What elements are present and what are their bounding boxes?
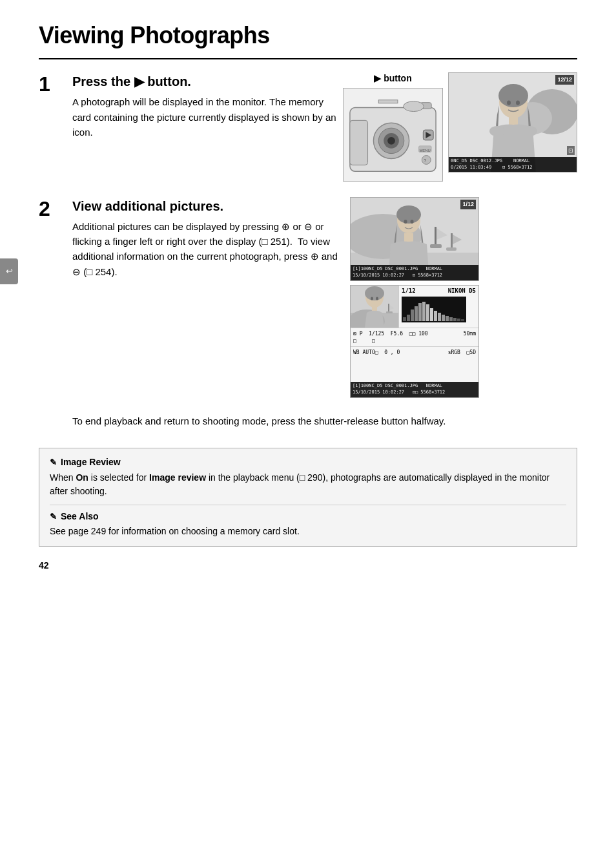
screen-counter-1: 12/12 — [555, 75, 574, 85]
note-2-icon: ✎ — [50, 511, 57, 523]
step-2-content: View additional pictures. Additional pic… — [72, 197, 577, 398]
info-wb: WB AUTO□ 0 , 0 — [353, 349, 400, 356]
note-image-review: ✎ Image Review When On is selected for I… — [50, 456, 566, 498]
screen-overlay-2: [1]100NC_D5 DSC_0001.JPG NORMAL 15/10/20… — [351, 265, 478, 280]
left-tab: ↩ — [0, 258, 18, 284]
step-1-screen: 12/12 0NC_D5 DSC_0012.JPG NORMAL 0/2015 … — [448, 72, 577, 173]
svg-text:MENU: MENU — [419, 149, 430, 152]
info-focal: 50mm — [464, 330, 476, 337]
info-counter: 1/12 — [402, 287, 416, 295]
svg-rect-63 — [446, 316, 449, 321]
info-top-right: 1/12 NIKON D5 — [399, 286, 478, 328]
svg-rect-64 — [449, 317, 453, 321]
note-1-bold-2: Image review — [149, 472, 206, 483]
step-2-body: Additional pictures can be displayed by … — [72, 219, 344, 279]
note-divider — [50, 505, 566, 505]
svg-rect-52 — [403, 317, 406, 321]
step-2-images: 1/12 [1]100NC_D5 DSC_0001.JPG NORMAL 15/… — [350, 197, 479, 398]
info-screen-top: 1/12 NIKON D5 — [351, 286, 478, 328]
info-placeholder1: □ □ — [353, 337, 375, 344]
note-1-title: ✎ Image Review — [50, 456, 566, 469]
screen-info-2b: 15/10/2015 10:02:27 ⊡ 5568×3712 — [353, 273, 477, 279]
info-screen: 1/12 NIKON D5 — [350, 285, 479, 398]
svg-point-37 — [404, 220, 407, 224]
svg-rect-60 — [434, 311, 437, 321]
svg-text:?: ? — [424, 158, 426, 163]
step-1-number: 1 — [39, 72, 62, 182]
svg-point-22 — [516, 101, 520, 105]
svg-rect-15 — [378, 100, 398, 103]
svg-rect-67 — [461, 319, 464, 321]
info-thumb-svg — [351, 286, 399, 328]
note-1-body: When On is selected for Image review in … — [50, 471, 566, 498]
svg-rect-31 — [446, 247, 457, 251]
page-number: 42 — [39, 560, 577, 572]
screen-info-1a: 0NC_D5 DSC_0012.JPG NORMAL — [451, 158, 575, 165]
svg-point-20 — [498, 84, 528, 107]
svg-point-25 — [522, 126, 537, 136]
svg-rect-59 — [430, 308, 433, 321]
svg-rect-57 — [422, 302, 426, 321]
sd-icon: ⊡ — [567, 146, 575, 156]
note-2-body: See page 249 for information on choosing… — [50, 525, 566, 538]
step-1-inner: Press the ▶ button. A photograph will be… — [72, 72, 577, 182]
step-2-text: View additional pictures. Additional pic… — [72, 197, 344, 279]
svg-point-38 — [411, 220, 414, 224]
info-brand: NIKON D5 — [448, 287, 476, 295]
info-data-1b: □ □ — [353, 337, 476, 344]
step-2-inner: View additional pictures. Additional pic… — [72, 197, 577, 398]
note-1-bold-1: On — [76, 472, 88, 483]
svg-point-46 — [376, 297, 378, 300]
note-2-title-text: See Also — [61, 510, 99, 523]
svg-point-21 — [507, 101, 511, 105]
histogram-svg — [402, 297, 466, 322]
svg-rect-34 — [430, 244, 442, 248]
photo-screen-2: 1/12 [1]100NC_D5 DSC_0001.JPG NORMAL 15/… — [350, 197, 479, 281]
button-label: ▶ button — [343, 72, 443, 85]
info-filename: [1]100NC_D5 DSC_0001.JPG NORMAL — [353, 383, 477, 390]
camera-svg: MENU ? — [344, 89, 442, 181]
note-1-title-text: Image Review — [61, 456, 121, 469]
info-data-2: WB AUTO□ 0 , 0 sRGB □SD — [353, 349, 476, 356]
svg-rect-66 — [457, 319, 460, 321]
step-1-header: Press the ▶ button. — [72, 72, 336, 90]
svg-rect-1 — [350, 120, 368, 165]
step-1-button-col: ▶ button — [343, 72, 443, 182]
svg-rect-53 — [407, 315, 410, 321]
svg-point-36 — [396, 205, 421, 224]
svg-point-10 — [404, 101, 424, 112]
svg-point-44 — [365, 286, 384, 300]
playback-end-text: To end playback and return to shooting m… — [72, 414, 577, 428]
info-counter-row: 1/12 NIKON D5 — [402, 287, 476, 295]
svg-rect-58 — [426, 304, 429, 321]
page-title: Viewing Photographs — [39, 19, 577, 59]
info-colorspace: sRGB □SD — [448, 349, 476, 356]
svg-point-24 — [489, 126, 505, 136]
svg-rect-29 — [451, 233, 453, 249]
info-thumb — [351, 286, 399, 328]
note-see-also: ✎ See Also See page 249 for information … — [50, 510, 566, 539]
svg-rect-54 — [411, 309, 414, 321]
step-1-text: Press the ▶ button. A photograph will be… — [72, 72, 336, 140]
svg-rect-65 — [453, 318, 457, 321]
info-data-row-1: ⊠ P 1/125 F5.6 □□ 100 50mm □ □ — [351, 328, 478, 347]
info-bottom-bar: [1]100NC_D5 DSC_0001.JPG NORMAL 15/10/20… — [351, 382, 478, 397]
screen-info-1b: 0/2015 11:03:49 ⊡ 5568×3712 — [451, 165, 575, 171]
notes-box: ✎ Image Review When On is selected for I… — [39, 448, 577, 547]
screen-overlay-1: 0NC_D5 DSC_0012.JPG NORMAL 0/2015 11:03:… — [449, 157, 577, 173]
step-1: 1 Press the ▶ button. A photograph will … — [39, 72, 577, 182]
svg-rect-32 — [435, 227, 436, 246]
svg-point-45 — [371, 297, 373, 300]
step-1-right: ▶ button — [343, 72, 577, 182]
info-data-1a: ⊠ P 1/125 F5.6 □□ 100 50mm — [353, 330, 476, 337]
svg-rect-50 — [386, 311, 393, 313]
info-exposure: ⊠ P 1/125 F5.6 □□ 100 — [353, 330, 428, 337]
svg-rect-56 — [418, 303, 422, 321]
step-2-number: 2 — [39, 197, 62, 398]
step-2: 2 View additional pictures. Additional p… — [39, 197, 577, 398]
svg-rect-55 — [415, 306, 418, 321]
step-1-body: A photograph will be displayed in the mo… — [72, 94, 336, 140]
info-data-row-2: WB AUTO□ 0 , 0 sRGB □SD — [351, 347, 478, 358]
svg-rect-48 — [388, 304, 389, 313]
tab-icon: ↩ — [6, 266, 13, 277]
